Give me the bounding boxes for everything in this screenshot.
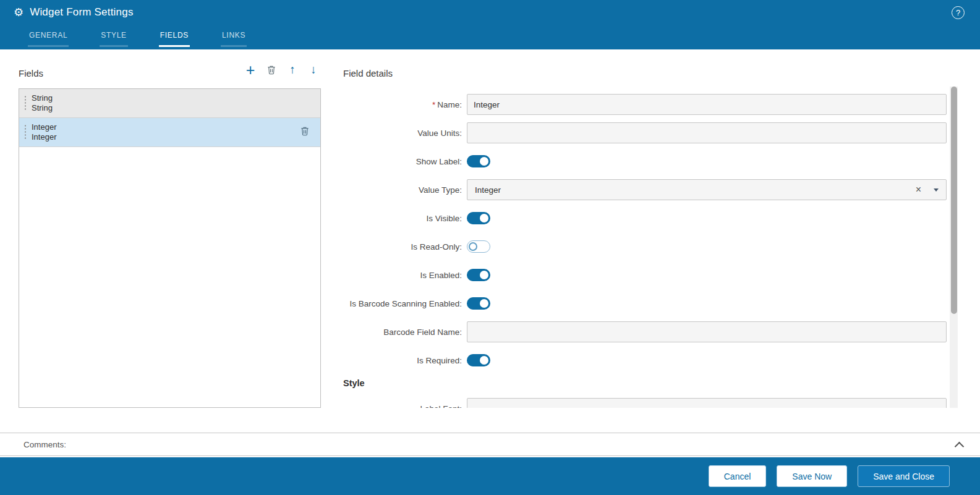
is-enabled-label: Is Enabled: [343,271,467,280]
selected-value: Integer [475,185,916,195]
barcode-field-name-label: Barcode Field Name: [343,328,467,337]
form-row-is-required: Is Required: [343,350,947,371]
form-row-is-barcode-scanning-enabled: Is Barcode Scanning Enabled: [343,293,947,314]
is-barcode-scanning-enabled-toggle[interactable] [467,297,490,310]
is-read-only-label: Is Read-Only: [343,242,467,252]
clear-icon[interactable]: × [916,185,921,195]
fields-list: StringStringIntegerInteger [19,88,321,408]
form-row-value-type: Value Type:Integer× [343,179,947,200]
style-section-heading: Style [343,378,947,391]
main-content: Fields + ↑ ↓ StringStringIntegerInteger … [0,49,980,433]
chevron-down-icon[interactable] [934,188,939,192]
is-required-label: Is Required: [343,356,467,365]
move-down-button[interactable]: ↓ [306,62,321,78]
page-title: Widget Form Settings [30,6,133,19]
details-form: *Name:Value Units:Show Label:Value Type:… [343,87,947,408]
drag-handle-icon[interactable] [24,95,27,111]
title-row: ⚙ Widget Form Settings [14,6,134,19]
save-now-button[interactable]: Save Now [777,465,847,487]
form-row-label-font: Label Font: [343,398,947,408]
drag-handle-icon[interactable] [24,124,27,140]
is-visible-label: Is Visible: [343,214,467,223]
show-label-toggle[interactable] [467,155,490,167]
barcode-field-name-input[interactable] [467,321,947,342]
cancel-button[interactable]: Cancel [709,465,767,487]
gear-icon: ⚙ [14,7,23,18]
label-font-label: Label Font: [343,404,467,408]
form-row-barcode-field-name: Barcode Field Name: [343,321,947,342]
is-enabled-toggle[interactable] [467,269,490,281]
collapse-chevron-icon[interactable] [955,442,965,452]
tab-style[interactable]: STYLE [100,26,128,47]
is-barcode-scanning-enabled-label: Is Barcode Scanning Enabled: [343,299,467,308]
comments-bar[interactable]: Comments: [0,433,980,456]
is-required-toggle[interactable] [467,354,490,366]
field-details-title: Field details [343,68,393,78]
value-type-select[interactable]: Integer× [467,179,947,200]
form-row-is-read-only: Is Read-Only: [343,236,947,257]
field-list-item-string[interactable]: StringString [19,89,320,118]
is-visible-toggle[interactable] [467,212,490,224]
form-row-is-enabled: Is Enabled: [343,264,947,286]
header: ⚙ Widget Form Settings ? GENERALSTYLEFIE… [0,0,980,49]
value-type-label: Value Type: [343,185,467,195]
value-units-label: Value Units: [343,129,467,138]
footer-bar: CancelSave NowSave and Close [0,457,980,495]
tab-fields[interactable]: FIELDS [159,26,190,47]
label-font-input[interactable] [467,398,947,408]
fields-panel-title: Fields [19,68,43,78]
required-asterisk: * [432,100,435,109]
scrollbar-thumb[interactable] [951,87,957,314]
widget-form-settings-window: ⚙ Widget Form Settings ? GENERALSTYLEFIE… [0,0,980,495]
move-up-button[interactable]: ↑ [285,62,300,78]
tab-general[interactable]: GENERAL [28,26,69,47]
delete-item-icon[interactable] [300,126,309,138]
value-units-input[interactable] [467,122,947,143]
field-list-item-integer[interactable]: IntegerInteger [19,118,320,147]
form-row-show-label: Show Label: [343,151,947,172]
name-input[interactable] [467,94,947,115]
show-label-label: Show Label: [343,157,467,166]
details-scrollbar[interactable] [950,87,958,408]
is-read-only-toggle[interactable] [467,240,490,253]
field-details-panel: *Name:Value Units:Show Label:Value Type:… [343,87,947,408]
name-label: *Name: [343,100,467,109]
form-row-is-visible: Is Visible: [343,208,947,229]
tab-links[interactable]: LINKS [221,26,247,47]
fields-toolbar: + ↑ ↓ [243,62,321,78]
tab-bar: GENERALSTYLEFIELDSLINKS [28,26,247,47]
field-item-label: StringString [32,93,53,113]
form-row-value-units: Value Units: [343,122,947,143]
add-field-button[interactable]: + [243,62,258,78]
field-item-label: IntegerInteger [32,122,56,142]
delete-field-button[interactable] [264,62,279,78]
form-row-name: *Name: [343,94,947,115]
help-icon[interactable]: ? [952,6,965,19]
save-and-close-button[interactable]: Save and Close [858,465,950,487]
comments-label: Comments: [23,440,66,449]
